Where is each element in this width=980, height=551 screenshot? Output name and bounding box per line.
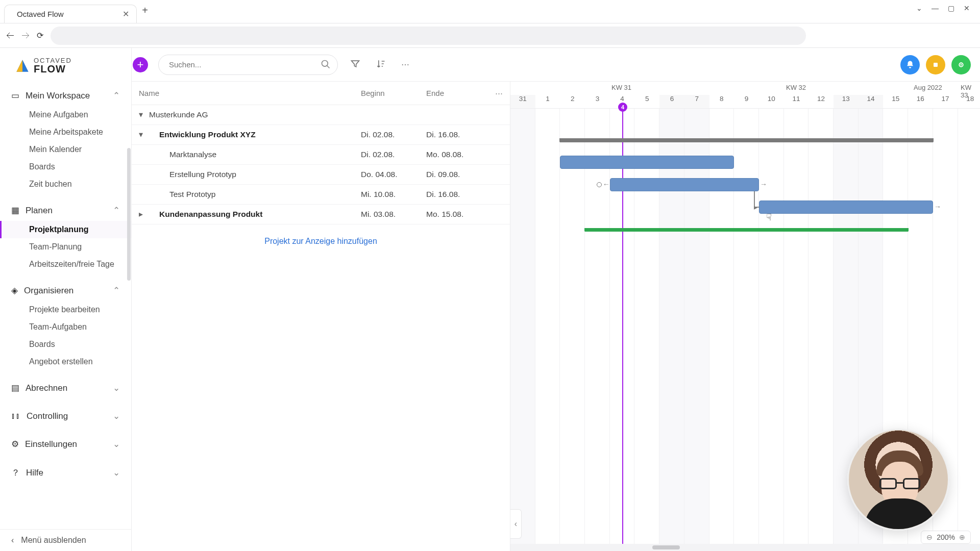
add-project-link[interactable]: Projekt zur Anzeige hinzufügen bbox=[132, 224, 510, 258]
svg-rect-2 bbox=[934, 63, 938, 67]
day-cell[interactable]: 9 bbox=[734, 95, 759, 108]
day-cell[interactable]: 1 bbox=[535, 95, 560, 108]
pane-collapse-handle[interactable]: ‹ bbox=[510, 509, 522, 539]
gantt-bar[interactable] bbox=[560, 138, 933, 142]
nav-section-organisieren[interactable]: ◈ Organisieren ⌃ bbox=[0, 280, 131, 301]
zoom-out-icon[interactable]: ⊖ bbox=[926, 533, 933, 541]
nav-item-boards[interactable]: Boards bbox=[0, 158, 131, 176]
day-cell[interactable]: 15 bbox=[883, 95, 908, 108]
logo-bottom: FLOW bbox=[34, 64, 72, 74]
nav-label: Planen bbox=[26, 206, 53, 216]
timer-button[interactable] bbox=[926, 55, 945, 74]
nav-label: Hilfe bbox=[26, 468, 43, 478]
notifications-button[interactable] bbox=[900, 55, 920, 74]
nav-section-einstellungen[interactable]: ⚙ Einstellungen ⌄ bbox=[0, 434, 131, 455]
day-cell[interactable]: 11 bbox=[784, 95, 809, 108]
nav-forward-icon[interactable]: 🡢 bbox=[21, 31, 30, 40]
gantt-bar[interactable] bbox=[759, 201, 933, 214]
task-row[interactable]: MarktanalyseDi. 02.08.Mo. 08.08. bbox=[132, 145, 510, 165]
day-cell[interactable]: 31 bbox=[510, 95, 535, 108]
day-cell[interactable]: 8 bbox=[709, 95, 734, 108]
day-cell[interactable]: 12 bbox=[808, 95, 834, 108]
nav-item-team-planung[interactable]: Team-Planung bbox=[0, 238, 131, 256]
nav-section-planen[interactable]: ▦ Planen ⌃ bbox=[0, 200, 131, 221]
address-bar[interactable] bbox=[51, 27, 806, 45]
nav-section-workspace[interactable]: ▭ Mein Workspace ⌃ bbox=[0, 85, 131, 106]
gantt-horizontal-scrollbar[interactable] bbox=[510, 544, 980, 551]
nav-item-arbeitszeiten[interactable]: Arbeitszeiten/freie Tage bbox=[0, 256, 131, 273]
gantt-bar[interactable] bbox=[585, 228, 908, 232]
nav-item-projekte-bearbeiten[interactable]: Projekte bearbeiten bbox=[0, 301, 131, 318]
task-end: Di. 09.08. bbox=[426, 170, 503, 179]
col-header-end[interactable]: Ende bbox=[426, 89, 503, 97]
task-row[interactable]: ▸Kundenanpassung ProduktMi. 03.08.Mo. 15… bbox=[132, 205, 510, 224]
nav-section-hilfe[interactable]: ？ Hilfe ⌄ bbox=[0, 462, 131, 484]
task-row[interactable]: Test PrototypMi. 10.08.Di. 16.08. bbox=[132, 185, 510, 205]
task-row[interactable]: Erstellung PrototypDo. 04.08.Di. 09.08. bbox=[132, 165, 510, 185]
nav-item-projektplanung[interactable]: Projektplanung bbox=[0, 221, 131, 238]
day-cell[interactable]: 13 bbox=[834, 95, 859, 108]
add-button[interactable]: + bbox=[132, 56, 149, 73]
sidebar-scrollbar[interactable] bbox=[127, 148, 131, 281]
day-cell[interactable]: 10 bbox=[759, 95, 784, 108]
nav-item-boards-2[interactable]: Boards bbox=[0, 336, 131, 353]
zoom-in-icon[interactable]: ⊕ bbox=[959, 533, 965, 541]
task-row[interactable]: ▾Musterkunde AG bbox=[132, 105, 510, 125]
column-options-icon[interactable]: ⋯ bbox=[495, 89, 503, 98]
tab-close-icon[interactable]: ✕ bbox=[122, 9, 129, 19]
workspace-icon: ▭ bbox=[11, 90, 19, 101]
nav-label: Controlling bbox=[27, 411, 68, 421]
window-close-icon[interactable]: ✕ bbox=[964, 4, 970, 12]
tab-title: Octaved Flow bbox=[17, 10, 117, 18]
main-area: + ⋯ bbox=[132, 48, 980, 551]
svg-point-0 bbox=[322, 60, 328, 66]
window-maximize-icon[interactable]: ▢ bbox=[948, 4, 954, 12]
search-input[interactable] bbox=[158, 55, 338, 75]
nav-back-icon[interactable]: 🡠 bbox=[6, 31, 14, 40]
window-minimize-icon[interactable]: ― bbox=[932, 4, 939, 12]
more-icon[interactable]: ⋯ bbox=[398, 57, 412, 72]
day-cell[interactable]: 5 bbox=[634, 95, 659, 108]
task-begin: Mi. 10.08. bbox=[361, 190, 426, 199]
day-cell[interactable]: 7 bbox=[684, 95, 709, 108]
nav-item-meine-aufgaben[interactable]: Meine Aufgaben bbox=[0, 106, 131, 123]
day-cell[interactable]: 2 bbox=[560, 95, 585, 108]
tab-dropdown-icon[interactable]: ⌄ bbox=[916, 4, 922, 12]
day-cell[interactable]: 14 bbox=[859, 95, 884, 108]
new-tab-button[interactable]: + bbox=[137, 5, 153, 18]
nav-item-zeit-buchen[interactable]: Zeit buchen bbox=[0, 176, 131, 193]
day-cell[interactable]: 3 bbox=[585, 95, 610, 108]
nav-item-meine-arbeitspakete[interactable]: Meine Arbeitspakete bbox=[0, 123, 131, 141]
day-cell[interactable]: 17 bbox=[933, 95, 958, 108]
browser-tab[interactable]: Octaved Flow ✕ bbox=[4, 5, 137, 23]
search-field-wrap bbox=[158, 55, 338, 75]
chevron-up-icon: ⌃ bbox=[113, 205, 120, 216]
nav-item-mein-kalender[interactable]: Mein Kalender bbox=[0, 141, 131, 158]
sidebar-collapse-button[interactable]: ‹ Menü ausblenden bbox=[0, 529, 131, 551]
col-header-begin[interactable]: Beginn bbox=[361, 89, 426, 97]
calendar-icon: ▦ bbox=[11, 205, 19, 216]
filter-icon[interactable] bbox=[347, 56, 363, 74]
day-cell[interactable]: 16 bbox=[908, 95, 933, 108]
profile-button[interactable] bbox=[951, 55, 971, 74]
dependency-handle-icon[interactable] bbox=[597, 182, 602, 187]
task-list-header: Name Beginn Ende ⋯ bbox=[132, 82, 510, 105]
support-avatar[interactable] bbox=[847, 429, 949, 531]
sort-icon[interactable] bbox=[373, 56, 389, 74]
task-row[interactable]: ▾Entwicklung Produkt XYZDi. 02.08.Di. 16… bbox=[132, 125, 510, 145]
nav-section-controlling[interactable]: ⫾⫾ Controlling ⌄ bbox=[0, 406, 131, 427]
expand-caret-icon[interactable]: ▾ bbox=[139, 110, 149, 119]
nav-section-abrechnen[interactable]: ▤ Abrechnen ⌄ bbox=[0, 378, 131, 398]
nav-reload-icon[interactable]: ⟳ bbox=[37, 31, 43, 40]
search-icon[interactable] bbox=[321, 59, 331, 71]
gantt-bar[interactable] bbox=[560, 156, 734, 169]
cursor-icon: ☟ bbox=[766, 212, 772, 223]
nav-item-team-aufgaben[interactable]: Team-Aufgaben bbox=[0, 318, 131, 336]
day-cell[interactable]: 6 bbox=[659, 95, 684, 108]
gantt-bar[interactable] bbox=[610, 178, 759, 191]
nav-item-angebot-erstellen[interactable]: Angebot erstellen bbox=[0, 353, 131, 370]
col-header-name[interactable]: Name bbox=[139, 89, 361, 97]
day-cell[interactable]: 18 bbox=[958, 95, 980, 108]
expand-caret-icon[interactable]: ▸ bbox=[139, 210, 149, 219]
expand-caret-icon[interactable]: ▾ bbox=[139, 130, 149, 139]
